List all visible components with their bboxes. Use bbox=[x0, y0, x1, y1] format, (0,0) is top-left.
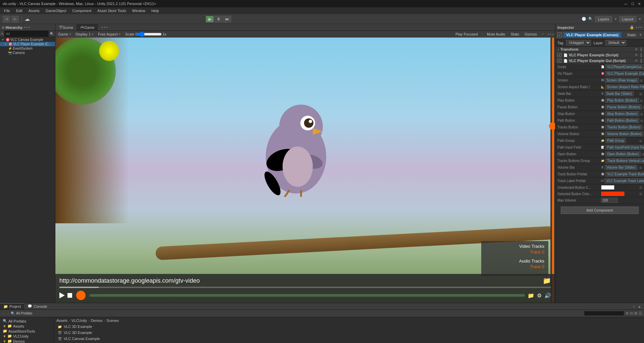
transform-settings-icon[interactable]: ⚙ bbox=[635, 48, 638, 51]
audio-track-0[interactable]: Track 0 bbox=[485, 264, 544, 269]
scale-control[interactable]: Scale 1x bbox=[124, 32, 168, 36]
gizmos-button[interactable]: Gizmos bbox=[523, 32, 538, 36]
unselected-color-swatch[interactable] bbox=[601, 185, 614, 190]
vlcplayer-ref-value[interactable]: VLC Player Example (Canv... bbox=[605, 71, 644, 76]
search-icon[interactable]: 🔍 bbox=[588, 17, 593, 21]
bottom-icon4[interactable]: ☰ bbox=[639, 311, 642, 316]
bottom-forward-icon[interactable]: → bbox=[6, 312, 9, 315]
tab-game[interactable]: 🎮 Game bbox=[77, 24, 98, 31]
breadcrumb-scenes[interactable]: Scenes bbox=[106, 319, 119, 323]
vlc-volume-knob[interactable] bbox=[76, 291, 86, 300]
layers-button[interactable]: Layers bbox=[595, 16, 612, 22]
trackbtnprefab-ref-value[interactable]: VLC Example Track Butto... bbox=[605, 172, 644, 177]
tab-console[interactable]: 💬 Console bbox=[24, 303, 50, 309]
display-selector[interactable]: Display 1 ▼ bbox=[74, 32, 95, 36]
orange-knob[interactable] bbox=[549, 122, 555, 130]
component-vlcplayer-gui-script[interactable]: ✓ 📄 VLC Player Example Gui (Script) ⚙ bbox=[555, 58, 644, 64]
vlc-folder2-button[interactable]: 📁 bbox=[528, 292, 534, 299]
menu-gameobject[interactable]: GameObject bbox=[43, 8, 69, 13]
vlc-progress-bar[interactable] bbox=[90, 294, 525, 297]
vlcplayergui-enabled-checkbox[interactable]: ✓ bbox=[557, 59, 561, 63]
hierarchy-item-eventsystem[interactable]: ⚡ EventSystem bbox=[0, 46, 55, 51]
stopbutton-ref-pick[interactable]: ◎ bbox=[640, 112, 643, 116]
folder-vlcunity[interactable]: ▼ 📁 VLCUnity bbox=[1, 334, 52, 339]
file-vlc3d-folder[interactable]: 📁 VLC 3D Example bbox=[56, 324, 641, 329]
tab-project[interactable]: 📁 Project bbox=[0, 303, 24, 309]
hierarchy-item-vlcplayer[interactable]: ▼ 🎯 VLC Player Example (C... bbox=[0, 42, 55, 46]
close-button[interactable]: ✕ bbox=[637, 2, 641, 6]
file-vlccanvas-scene[interactable]: 🎬 VLC Canvas Example bbox=[56, 336, 641, 341]
layer-dropdown[interactable]: Default bbox=[605, 40, 626, 46]
history-button[interactable]: 🕐 bbox=[582, 17, 586, 21]
breadcrumb-demos[interactable]: Demos bbox=[91, 319, 103, 323]
playbutton-ref-pick[interactable]: ◎ bbox=[640, 99, 643, 102]
bottom-icon2[interactable]: ⊟ bbox=[630, 311, 633, 316]
pause-button[interactable]: ⏸ bbox=[214, 16, 222, 22]
folder-assets[interactable]: ▼ 📁 Assets bbox=[1, 324, 52, 329]
component-vlcplayer-script[interactable]: ✓ 📄 VLC Player Example (Script) ⚙ bbox=[555, 52, 644, 58]
pathinput-ref-value[interactable]: Path InputField (Input Fiel... bbox=[605, 145, 644, 150]
play-focused-button[interactable]: Play Focused bbox=[454, 32, 479, 36]
vertical-scrollbar[interactable] bbox=[550, 38, 555, 303]
minimize-button[interactable]: — bbox=[624, 2, 628, 6]
aspect-ref-value[interactable]: Screen (Aspect Ratio Fitte... bbox=[605, 84, 644, 90]
file-vlc3d-scene[interactable]: 🎬 VLC 3D Example bbox=[56, 330, 641, 335]
unselected-color-pick[interactable]: ◎ bbox=[639, 186, 642, 189]
menu-assets[interactable]: Assets bbox=[26, 8, 42, 13]
redo-button[interactable]: ▷ bbox=[11, 16, 19, 22]
hierarchy-item-camera[interactable]: 📷 Camera bbox=[0, 51, 55, 55]
folder-assetstoretools[interactable]: 📁 AssetStoreTools bbox=[1, 329, 52, 334]
vlc-play-button[interactable] bbox=[59, 292, 65, 298]
bottom-search-input[interactable] bbox=[584, 311, 624, 316]
component-transform[interactable]: ↕ Transform ⚙ bbox=[555, 47, 644, 52]
transform-dots-icon[interactable] bbox=[640, 48, 642, 51]
pathbutton-ref-pick[interactable]: ◎ bbox=[640, 119, 643, 122]
tracksgroup-ref-value[interactable]: Track Buttons Vertical Lay... bbox=[605, 158, 644, 163]
maximize-button[interactable]: ☐ bbox=[631, 2, 635, 6]
menu-component[interactable]: Component bbox=[69, 8, 94, 13]
vlc-volume-button[interactable]: 🔊 bbox=[544, 292, 551, 299]
pausebutton-ref-pick[interactable]: ◎ bbox=[643, 106, 644, 109]
mute-audio-button[interactable]: Mute Audio bbox=[486, 32, 507, 36]
menu-edit[interactable]: Edit bbox=[13, 8, 25, 13]
step-button[interactable]: ⏭ bbox=[223, 16, 231, 22]
hierarchy-menu[interactable] bbox=[24, 27, 30, 28]
tag-dropdown[interactable]: Untagged bbox=[566, 40, 591, 46]
bottom-panel-add[interactable]: + bbox=[633, 304, 635, 308]
vlcplayergui-settings-icon[interactable]: ⚙ bbox=[635, 59, 638, 62]
vlc-stop-button[interactable] bbox=[67, 293, 72, 298]
tracksbutton-ref-value[interactable]: Tracks Button (Button) bbox=[605, 125, 642, 130]
volumebar-ref-pick[interactable]: ◎ bbox=[639, 166, 642, 169]
bottom-icon3[interactable]: ⊠ bbox=[634, 311, 637, 316]
aspect-selector[interactable]: Free Aspect ▼ bbox=[97, 32, 122, 36]
folder-all-prefabs[interactable]: 🔍 All Prefabs bbox=[1, 319, 52, 324]
pathbutton-ref-value[interactable]: Path Button (Button) bbox=[605, 118, 639, 123]
volumebutton-ref-value[interactable]: Volume Button (Button) bbox=[605, 131, 643, 136]
tab-scene[interactable]: 🎬 Scene bbox=[55, 24, 77, 31]
object-enabled-checkbox[interactable]: ✓ bbox=[557, 33, 562, 37]
pathgroup-ref-value[interactable]: Path Group bbox=[605, 138, 626, 143]
game-display-selector[interactable]: Game ▼ bbox=[57, 32, 73, 36]
openbutton-ref-value[interactable]: Open Button (Button) bbox=[605, 152, 641, 157]
vlc-seek-bar[interactable] bbox=[59, 287, 551, 288]
menu-window[interactable]: Window bbox=[130, 8, 148, 13]
script-ref-value[interactable]: VLCPlayerExampleGui... bbox=[605, 64, 644, 69]
stats-button[interactable]: Stats bbox=[509, 32, 521, 36]
bottom-back-icon[interactable]: ← bbox=[2, 312, 5, 315]
static-dropdown-arrow[interactable]: ▼ bbox=[639, 33, 642, 37]
screen-ref-pick[interactable]: ◎ bbox=[640, 79, 643, 82]
screen-ref-value[interactable]: Screen (Raw Image) bbox=[605, 78, 639, 83]
seekbar-ref-pick[interactable]: ◎ bbox=[639, 92, 642, 96]
account-icon[interactable]: ☁ bbox=[24, 16, 30, 22]
bottom-panel-up[interactable]: ▲ bbox=[638, 304, 641, 308]
selected-color-swatch[interactable] bbox=[601, 191, 625, 196]
scale-slider[interactable] bbox=[135, 33, 162, 36]
selected-color-pick[interactable]: ◎ bbox=[639, 192, 642, 195]
vlc-settings-button[interactable]: ⚙ bbox=[537, 292, 542, 299]
vlcplayer-dots-icon[interactable] bbox=[640, 53, 642, 57]
hierarchy-search[interactable] bbox=[4, 31, 49, 37]
hierarchy-add-button[interactable]: + bbox=[1, 32, 3, 36]
breadcrumb-vlcunity[interactable]: VLCUnity bbox=[71, 319, 87, 323]
seekbar-ref-value[interactable]: Seek Bar (Slider) bbox=[605, 91, 634, 96]
vlcplayer-enabled-checkbox[interactable]: ✓ bbox=[557, 53, 561, 57]
